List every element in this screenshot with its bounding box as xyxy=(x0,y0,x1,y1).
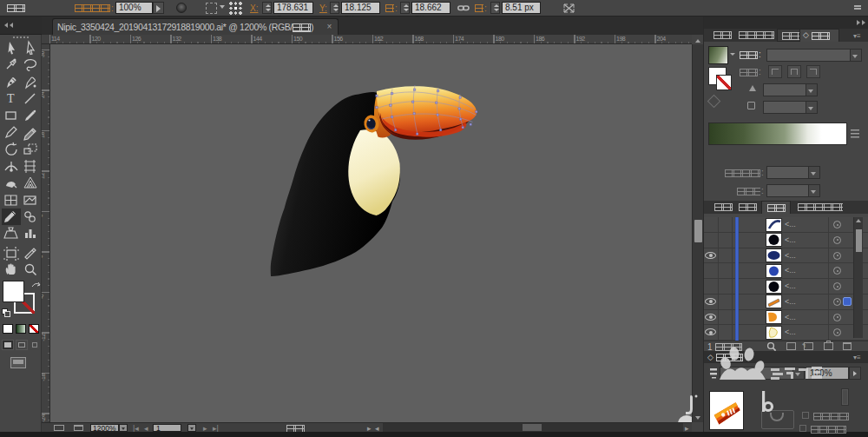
svg-text:T: T xyxy=(7,92,15,105)
